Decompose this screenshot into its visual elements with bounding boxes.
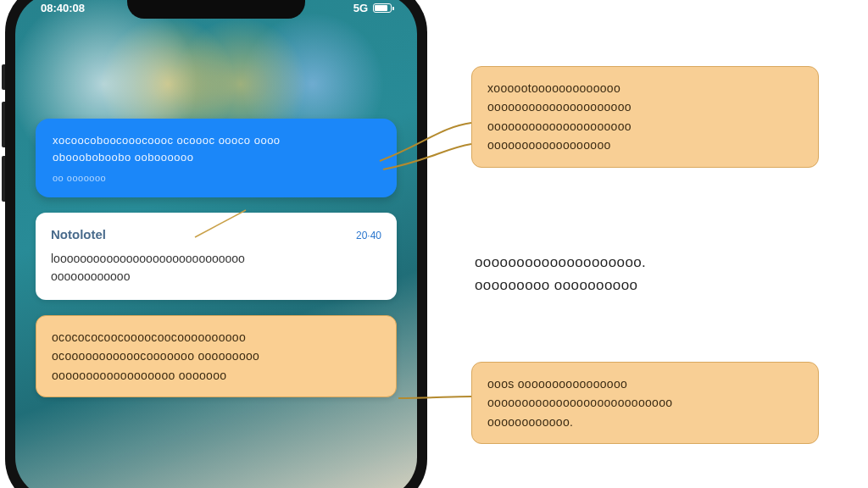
phone-screen: 08:40:08 5G xocoocoboocooocoooc ocoooc o…	[15, 0, 417, 488]
phone-volume-up	[2, 102, 5, 147]
orange-line: ocooooooooooocooooooo ooooooooo	[52, 347, 381, 365]
battery-icon	[373, 3, 392, 13]
phone-side-button	[2, 64, 5, 90]
callout-line: oooooooooooooooooo	[487, 136, 803, 154]
callout-line: ooooooooooooooooooooo	[487, 117, 803, 136]
caption-line: ooooooooo oooooooooo	[475, 274, 814, 297]
banner-line: oboooboboobo ooboooooo	[53, 149, 380, 166]
card-meta: 20·40	[356, 228, 381, 244]
card-line: oooooooooooo	[51, 268, 381, 286]
notification-banner-blue[interactable]: xocoocoboocooocoooc ocoooc oooco oooo ob…	[36, 119, 397, 197]
callout-line: oooooooooooo.	[487, 413, 803, 431]
callout-line: ooos oooooooooooooooo	[487, 374, 803, 393]
diagram-caption: oooooooooooooooooooo. ooooooooo oooooooo…	[475, 251, 814, 297]
notification-card-white[interactable]: Notolotel 20·40 looooooooooooooooooooooo…	[36, 213, 397, 300]
status-right: 5G	[353, 2, 392, 14]
card-header: Notolotel 20·40	[51, 225, 381, 244]
callout-top: xoooootooooooooooooo ooooooooooooooooooo…	[471, 66, 819, 168]
banner-footer: oo ooooooo	[53, 171, 380, 186]
card-line: looooooooooooooooooooooooooooo	[51, 250, 381, 269]
banner-line: xocoocoboocooocoooc ocoooc oooco oooo	[53, 132, 380, 149]
callout-line: ooooooooooooooooooooo	[487, 97, 803, 116]
phone-volume-down	[2, 156, 5, 202]
phone-frame: 08:40:08 5G xocoocoboocooocoooc ocoooc o…	[5, 0, 427, 488]
phone-notch	[127, 0, 305, 19]
callout-bottom: ooos oooooooooooooooo oooooooooooooooooo…	[471, 362, 819, 444]
status-network-label: 5G	[353, 2, 368, 14]
battery-fill	[375, 5, 387, 11]
callout-line: xoooootooooooooooooo	[487, 79, 803, 97]
status-time: 08:40:08	[41, 2, 85, 14]
callout-line: ooooooooooooooooooooooooooo	[487, 393, 803, 412]
notification-banner-orange[interactable]: ococococoocoooocoocoooooooooo ocoooooooo…	[36, 315, 397, 397]
caption-line: oooooooooooooooooooo.	[475, 251, 814, 274]
card-title: Notolotel	[51, 225, 106, 244]
orange-line: oooooooooooooooooo ooooooo	[52, 366, 381, 385]
orange-line: ococococoocoooocoocoooooooooo	[52, 328, 381, 347]
phone-content: xocoocoboocooocoooc ocoooc oooco oooo ob…	[36, 119, 397, 397]
